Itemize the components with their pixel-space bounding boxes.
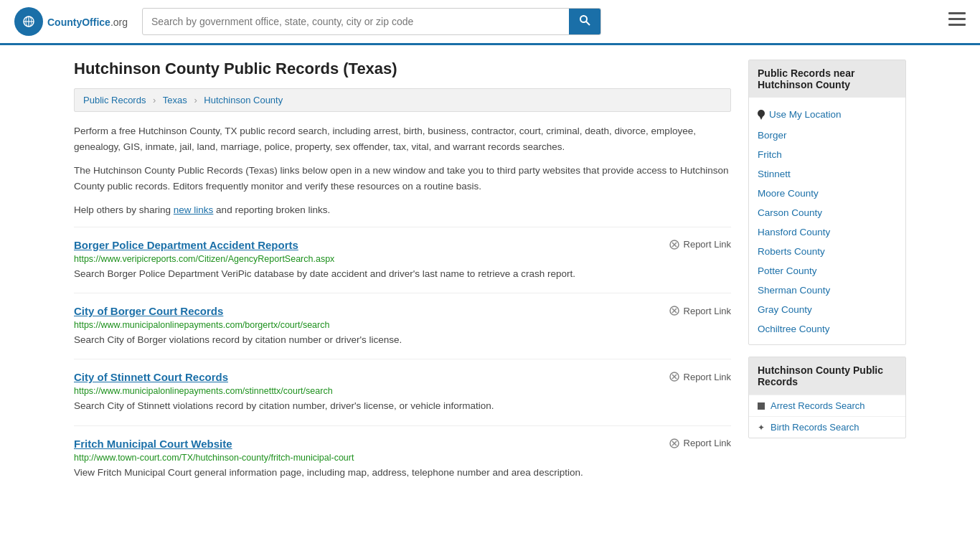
record-title[interactable]: Fritch Municipal Court Website [74, 438, 232, 450]
logo-text: CountyOffice.org [47, 14, 128, 29]
logo-icon [14, 7, 43, 36]
sidebar-nearby-link[interactable]: Fritch [749, 145, 905, 164]
sidebar-nearby-link[interactable]: Sherman County [749, 281, 905, 300]
svg-rect-7 [948, 12, 966, 14]
header: CountyOffice.org [0, 0, 980, 45]
record-url[interactable]: https://www.municipalonlinepayments.com/… [74, 320, 731, 330]
breadcrumb-public-records[interactable]: Public Records [83, 95, 146, 105]
sidebar-nearby-link[interactable]: Ochiltree County [749, 319, 905, 339]
sidebar-nearby-link[interactable]: Hansford County [749, 222, 905, 242]
svg-line-6 [586, 22, 590, 25]
sidebar-record-label: Birth Records Search [771, 422, 859, 433]
sidebar-records-title: Hutchinson County Public Records [749, 357, 905, 395]
sidebar: Public Records near Hutchinson County Us… [748, 60, 906, 491]
content-area: Hutchinson County Public Records (Texas)… [74, 60, 731, 491]
main-container: Hutchinson County Public Records (Texas)… [60, 45, 920, 506]
record-desc: Search City of Stinnett violations recor… [74, 399, 731, 413]
nearby-title: Public Records near Hutchinson County [749, 60, 905, 98]
sidebar-record-label: Arrest Records Search [771, 400, 865, 411]
nearby-box: Public Records near Hutchinson County Us… [748, 60, 906, 345]
description-2: The Hutchinson County Public Records (Te… [74, 163, 731, 194]
report-link[interactable]: Report Link [669, 239, 731, 250]
sidebar-nearby-link[interactable]: Borger [749, 126, 905, 145]
records-box: Hutchinson County Public Records Arrest … [748, 357, 906, 438]
report-link-label: Report Link [684, 438, 731, 448]
record-item: City of Stinnett Court Records Report Li… [74, 359, 731, 425]
logo[interactable]: CountyOffice.org [14, 7, 128, 36]
breadcrumb: Public Records › Texas › Hutchinson Coun… [74, 88, 731, 112]
report-link[interactable]: Report Link [669, 305, 731, 316]
search-input[interactable] [143, 10, 569, 33]
report-icon [669, 371, 680, 382]
report-icon [669, 239, 680, 250]
record-url[interactable]: https://www.municipalonlinepayments.com/… [74, 386, 731, 396]
search-bar [142, 8, 601, 35]
sidebar-nearby-link[interactable]: Carson County [749, 203, 905, 222]
breadcrumb-sep-1: › [153, 95, 156, 105]
page-title: Hutchinson County Public Records (Texas) [74, 60, 731, 78]
description-1: Perform a free Hutchinson County, TX pub… [74, 123, 731, 154]
record-item: Borger Police Department Accident Report… [74, 227, 731, 293]
record-url[interactable]: https://www.veripicreports.com/Citizen/A… [74, 254, 731, 264]
use-my-location[interactable]: Use My Location [749, 103, 905, 126]
sidebar-record-link[interactable]: Arrest Records Search [749, 395, 905, 416]
svg-marker-23 [759, 116, 763, 120]
breadcrumb-texas[interactable]: Texas [163, 95, 187, 105]
report-link[interactable]: Report Link [669, 371, 731, 382]
report-icon [669, 305, 680, 316]
record-desc: View Fritch Municipal Court general info… [74, 466, 731, 480]
star-icon: ✦ [758, 423, 765, 433]
record-item: Fritch Municipal Court Website Report Li… [74, 425, 731, 491]
sidebar-nearby-link[interactable]: Roberts County [749, 242, 905, 261]
menu-button[interactable] [948, 12, 966, 31]
record-url[interactable]: http://www.town-court.com/TX/hutchinson-… [74, 453, 731, 463]
sidebar-nearby-link[interactable]: Moore County [749, 184, 905, 203]
record-title[interactable]: City of Stinnett Court Records [74, 371, 228, 383]
svg-rect-9 [948, 24, 966, 26]
new-links-link[interactable]: new links [174, 204, 214, 215]
report-icon [669, 438, 680, 449]
report-link-label: Report Link [684, 239, 731, 250]
square-icon [758, 402, 765, 410]
report-link[interactable]: Report Link [669, 438, 731, 449]
search-button[interactable] [569, 9, 600, 34]
record-title[interactable]: City of Borger Court Records [74, 305, 223, 317]
report-link-label: Report Link [684, 306, 731, 316]
sidebar-nearby-link[interactable]: Stinnett [749, 164, 905, 184]
record-item: City of Borger Court Records Report Link… [74, 293, 731, 359]
records-list: Borger Police Department Accident Report… [74, 227, 731, 491]
record-desc: Search City of Borger violations record … [74, 333, 731, 347]
breadcrumb-hutchinson[interactable]: Hutchinson County [204, 95, 283, 105]
record-desc: Search Borger Police Department VeriPic … [74, 267, 731, 281]
sidebar-record-link[interactable]: ✦Birth Records Search [749, 416, 905, 438]
record-title[interactable]: Borger Police Department Accident Report… [74, 239, 298, 251]
sidebar-nearby-link[interactable]: Potter County [749, 261, 905, 281]
description-3: Help others by sharing new links and rep… [74, 202, 731, 218]
report-link-label: Report Link [684, 372, 731, 382]
svg-rect-8 [948, 18, 966, 20]
svg-point-5 [580, 16, 587, 22]
breadcrumb-sep-2: › [194, 95, 197, 105]
sidebar-nearby-link[interactable]: Gray County [749, 300, 905, 319]
nearby-links: Use My Location BorgerFritchStinnettMoor… [749, 98, 905, 344]
